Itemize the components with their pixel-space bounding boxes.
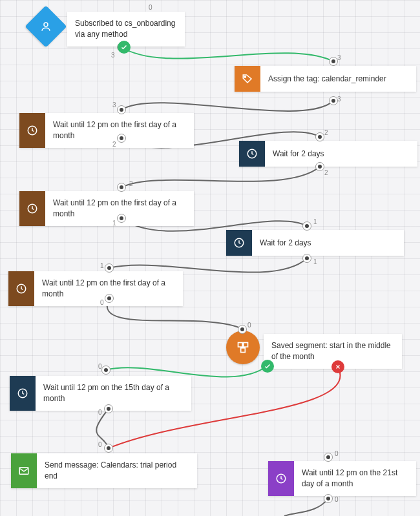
count-wait2d-a-out: 2 [324,169,328,176]
mail-icon [18,465,30,477]
check-icon [118,41,131,54]
clock-icon [233,237,245,249]
wait2-node[interactable]: Wait until 12 pm on the first day of a m… [19,191,194,226]
clock-icon [275,473,287,484]
svg-rect-9 [241,348,246,353]
count-wait2d-b-in: 1 [313,218,317,225]
clock-icon [246,148,258,160]
wait2d-a-node[interactable]: Wait for 2 days [239,141,417,167]
count-segment-in: 0 [247,322,251,329]
count-wait1-out: 2 [112,141,116,148]
count-wait2d-a-in: 2 [324,129,328,136]
assign-tag-node[interactable]: Assign the tag: calendar_reminder [235,66,416,92]
wait3-node[interactable]: Wait until 12 pm on the first day of a m… [8,271,183,306]
count-send-in: 0 [98,441,102,448]
wait2d-b-node[interactable]: Wait for 2 days [226,230,404,256]
wait1-node[interactable]: Wait until 12 pm on the first day of a m… [19,113,194,148]
wait15-node[interactable]: Wait until 12 pm on the 15th day of a mo… [10,376,191,411]
port[interactable] [324,453,333,462]
clock-icon [17,387,28,399]
port[interactable] [117,134,126,143]
count-wait21-in: 0 [335,450,339,457]
port[interactable] [324,494,333,503]
segment-icon-circle[interactable] [226,331,260,364]
port[interactable] [117,183,126,192]
wait2d-a-label: Wait for 2 days [265,141,417,167]
svg-rect-8 [244,343,248,347]
port[interactable] [302,254,311,263]
port[interactable] [104,404,113,413]
count-trigger-in: 0 [149,4,152,11]
port[interactable] [302,222,311,231]
port[interactable] [105,263,114,273]
port[interactable] [117,214,126,223]
count-wait2-in: 2 [129,180,133,187]
x-icon [331,360,344,373]
assign-tag-label: Assign the tag: calendar_reminder [260,66,416,92]
wait2d-b-label: Wait for 2 days [252,230,404,256]
port[interactable] [315,162,324,171]
count-trigger-out: 3 [111,52,115,59]
user-icon [40,21,52,32]
count-wait1-in: 3 [112,101,116,108]
wait15-label: Wait until 12 pm on the 15th day of a mo… [36,376,191,411]
count-wait3-in: 1 [100,262,104,269]
segment-icon [236,341,249,354]
port[interactable] [105,294,114,303]
port[interactable] [238,325,247,334]
svg-rect-7 [238,343,243,347]
port[interactable] [117,105,126,114]
port[interactable] [329,57,338,66]
port[interactable] [101,366,110,375]
clock-icon [26,125,38,136]
send-message-label: Send message: Calendars: trial period en… [37,453,197,488]
port[interactable] [315,132,324,141]
wait21-label: Wait until 12 pm on the 21st day of a mo… [294,461,416,496]
port[interactable] [104,444,113,453]
trigger-icon-diamond[interactable] [25,5,67,47]
send-message-node[interactable]: Send message: Calendars: trial period en… [11,453,197,488]
port[interactable] [329,96,338,105]
clock-icon [26,203,38,214]
check-icon [261,360,274,373]
count-wait21-out: 0 [335,496,339,503]
count-wait2d-b-out: 1 [313,258,317,265]
tag-icon [242,73,253,85]
count-wait3-out: 0 [100,299,104,306]
wait21-node[interactable]: Wait until 12 pm on the 21st day of a mo… [268,461,416,496]
count-wait2-out: 1 [112,220,116,227]
clock-icon [16,283,27,294]
svg-point-0 [44,23,48,26]
count-wait15-out: 0 [98,409,102,416]
svg-point-1 [244,76,246,77]
